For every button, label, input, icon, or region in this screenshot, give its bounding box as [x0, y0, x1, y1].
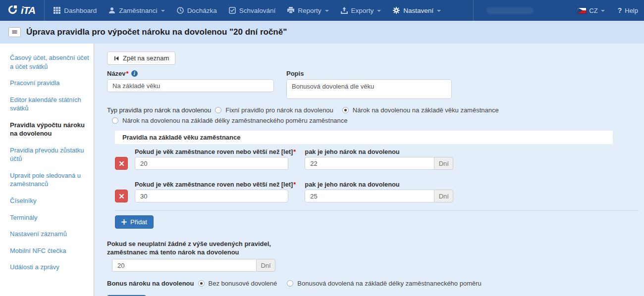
- sidebar-item-nfc-ctecka[interactable]: Mobilní NFC čtečka: [10, 247, 89, 255]
- radio-age-based-rule-label[interactable]: Nárok na dovolenou na základě věku zaměs…: [353, 106, 499, 114]
- nav-item-nastaveni[interactable]: Nastavení: [393, 7, 441, 14]
- info-icon[interactable]: [131, 70, 138, 77]
- add-button-label: Přidat: [130, 218, 147, 226]
- language-code: CZ: [589, 7, 597, 14]
- sidebar-item-nastaveni-zaznamu[interactable]: Nastavení záznamů: [10, 230, 89, 239]
- nazev-label: Název*: [107, 70, 274, 77]
- nav-item-zamestnanci[interactable]: Zaměstnanci: [108, 7, 164, 14]
- rule-days-input[interactable]: [305, 157, 434, 170]
- nav-label: Dashboard: [64, 7, 97, 14]
- radio-tenure-based-rule-label[interactable]: Nárok na dovolenou na základě délky zamě…: [122, 117, 348, 124]
- required-asterisk: *: [126, 70, 129, 77]
- chevron-down-icon: [377, 10, 381, 12]
- page-title: Úprava pravidla pro výpočet nároku na do…: [26, 27, 287, 37]
- logo-gauge-icon: [7, 4, 18, 17]
- x-icon: [119, 161, 124, 166]
- form-list-icon: [8, 27, 21, 37]
- chevron-down-icon: [325, 10, 329, 12]
- top-navbar: iTA Dashboard Zaměstnanci Docházka Schva…: [0, 0, 644, 21]
- nav-label: Schvalování: [239, 7, 276, 14]
- rule-age-input[interactable]: [135, 157, 288, 170]
- add-rule-button[interactable]: Přidat: [115, 215, 154, 229]
- grid-icon: [54, 7, 60, 14]
- nav-item-schvalovani[interactable]: Schvalování: [229, 7, 276, 14]
- app-logo[interactable]: iTA: [0, 0, 44, 21]
- user-icon: [108, 7, 115, 14]
- settings-sidebar: Časový účet, absenční účet a účet svátků…: [0, 44, 94, 296]
- back-to-list-button[interactable]: Zpět na seznam: [107, 51, 175, 65]
- rule-then-label: pak je jeho nárok na dovolenou: [305, 181, 453, 188]
- rule-type-radio-group: Typ pravidla pro nárok na dovolenou Fixn…: [107, 106, 644, 124]
- user-name-blurred: [486, 7, 534, 14]
- printer-icon: [287, 7, 294, 14]
- main-content: Zpět na seznam Název* Popis Bonusová dov…: [94, 44, 644, 296]
- clock-icon: [177, 7, 184, 14]
- rule-if-label: Pokud je věk zaměstnance roven nebo větš…: [135, 148, 296, 155]
- radio-fixed-rule-label[interactable]: Fixní pravidlo pro nárok na dovolenou: [225, 106, 333, 114]
- nav-label: Nastavení: [403, 7, 433, 14]
- sidebar-item-editor-kalendare[interactable]: Editor kalendáře státních svátků: [10, 96, 89, 113]
- gear-icon: [393, 7, 400, 14]
- nav-label: Zaměstnanci: [119, 7, 157, 14]
- rule-age-input[interactable]: [135, 190, 288, 202]
- bonus-radio-group: Bonus nároku na dovolenou Bez bonusové d…: [107, 280, 644, 287]
- nav-item-exporty[interactable]: Exporty: [341, 7, 381, 14]
- sidebar-item-ciselniky[interactable]: Číselníky: [10, 197, 89, 205]
- skip-back-icon: [113, 55, 119, 61]
- nav-item-dashboard[interactable]: Dashboard: [54, 7, 97, 14]
- sidebar-item-pravidla-prevodu[interactable]: Pravidla převodu zůstatku účtů: [10, 146, 89, 163]
- age-rule-row: Pokud je věk zaměstnance roven nebo větš…: [115, 181, 644, 202]
- rule-days-input[interactable]: [305, 190, 434, 202]
- radio-tenure-bonus[interactable]: [287, 280, 293, 287]
- navbar-right: CZ ? Help: [473, 0, 644, 21]
- required-asterisk: *: [293, 181, 296, 188]
- days-unit-addon: Dní: [434, 157, 453, 170]
- rule-type-label: Typ pravidla pro nárok na dovolenou: [107, 106, 211, 114]
- check-square-icon: [229, 7, 236, 14]
- help-label: Help: [625, 7, 638, 14]
- nav-item-reporty[interactable]: Reporty: [287, 7, 328, 14]
- navbar-menu: Dashboard Zaměstnanci Docházka Schvalová…: [45, 0, 441, 21]
- sidebar-item-casovy-ucet[interactable]: Časový účet, absenční účet a účet svátků: [10, 53, 89, 71]
- radio-no-bonus[interactable]: [198, 280, 205, 287]
- radio-age-based-rule[interactable]: [342, 107, 349, 113]
- export-icon: [341, 7, 348, 14]
- help-link[interactable]: ? Help: [618, 6, 638, 14]
- nav-label: Docházka: [187, 7, 217, 14]
- chevron-down-icon: [601, 10, 605, 12]
- days-unit-addon: Dní: [434, 190, 453, 202]
- delete-rule-button[interactable]: [115, 157, 128, 170]
- page-title-bar: Úprava pravidla pro výpočet nároku na do…: [0, 21, 644, 44]
- x-icon: [119, 194, 124, 199]
- language-selector[interactable]: CZ: [578, 7, 604, 14]
- sidebar-item-pravidla-vypoctu[interactable]: Pravidla výpočtu nároku na dovolenou: [10, 121, 89, 138]
- required-asterisk: *: [293, 148, 296, 155]
- nav-item-dochazka[interactable]: Docházka: [177, 7, 217, 14]
- nazev-input[interactable]: [107, 79, 274, 92]
- popis-textarea[interactable]: Bonusová dovolená dle věku: [286, 79, 452, 99]
- radio-tenure-bonus-label[interactable]: Bonusová dovolená na základě délky zaměs…: [297, 280, 481, 287]
- sidebar-item-upravit-pole[interactable]: Upravit pole sledovaná u zaměstnanců: [10, 171, 89, 189]
- popis-label: Popis: [286, 70, 452, 77]
- days-unit-addon: Dní: [257, 259, 275, 272]
- rule-then-label: pak je jeho nárok na dovolenou: [305, 148, 453, 155]
- chevron-down-icon: [161, 10, 165, 12]
- chevron-down-icon: [437, 10, 441, 12]
- plus-icon: [121, 219, 127, 225]
- radio-no-bonus-label[interactable]: Bez bonusové dovolené: [209, 280, 277, 287]
- rule-if-label: Pokud je věk zaměstnance roven nebo větš…: [135, 181, 296, 188]
- rules-divider: [115, 210, 639, 211]
- delete-rule-button[interactable]: [115, 190, 128, 202]
- radio-fixed-rule[interactable]: [215, 107, 221, 113]
- sidebar-item-terminaly[interactable]: Terminály: [10, 213, 89, 222]
- nav-label: Exporty: [351, 7, 374, 14]
- age-rule-row: Pokud je věk zaměstnance roven nebo větš…: [115, 148, 644, 170]
- age-rules-section-header: Pravidla na základě věku zaměstnance: [115, 131, 613, 144]
- fallback-days-input[interactable]: [112, 259, 257, 272]
- fallback-label: Pokud se neuplatní žádné z výše uvedenýc…: [107, 240, 285, 256]
- nav-label: Reporty: [298, 7, 321, 14]
- radio-tenure-based-rule[interactable]: [112, 117, 118, 124]
- sidebar-item-udalosti[interactable]: Události a zprávy: [10, 263, 89, 272]
- sidebar-item-pracovni-pravidla[interactable]: Pracovní pravidla: [10, 79, 89, 88]
- back-button-label: Zpět na seznam: [123, 54, 169, 62]
